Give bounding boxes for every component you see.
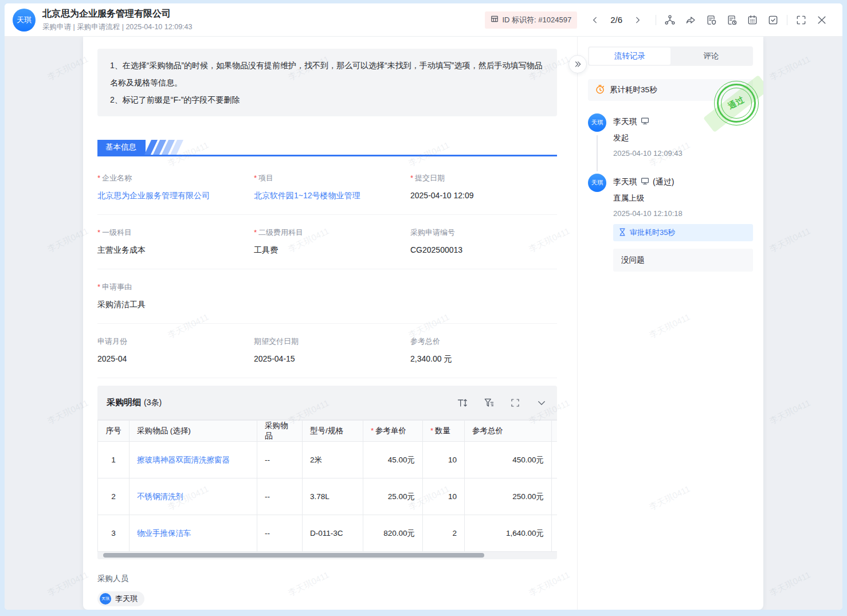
table-row: 3 物业手推保洁车 -- D-011-3C 820.00元 2 1,640.00… <box>98 515 558 552</box>
col-qty: *数量 <box>423 421 465 442</box>
filter-icon[interactable] <box>483 397 495 409</box>
table-header-row: 序号 采购物品 (选择) 采购物品 型号/规格 *参考单价 *数量 参考总价 <box>98 421 558 442</box>
id-badge: ID 标识符: #1024597 <box>485 11 577 29</box>
purchaser-tag[interactable]: 天琪 李天琪 <box>97 591 144 606</box>
flow-nodes-icon[interactable] <box>660 11 680 29</box>
cell-spec: 3.78L <box>303 478 363 515</box>
page-indicator: 2/6 <box>610 15 622 25</box>
forward-icon[interactable] <box>680 11 701 29</box>
calendar-icon[interactable] <box>742 11 763 29</box>
horizontal-scrollbar <box>97 552 557 559</box>
required-asterisk: * <box>254 228 257 237</box>
text-size-icon[interactable] <box>456 397 469 409</box>
field-label: 一级科目 <box>102 228 132 237</box>
field-label: 提交日期 <box>415 174 445 182</box>
approval-detail-window: 天琪 北京思为企业服务管理有限公司 采购申请 | 采购申请流程 | 2025-0… <box>5 3 842 610</box>
required-asterisk: * <box>410 174 413 182</box>
cell-qty: 10 <box>423 442 465 478</box>
collapse-sidebar-button[interactable] <box>568 55 587 73</box>
field-value: CG202500013 <box>410 245 557 254</box>
tab-comments[interactable]: 评论 <box>670 48 752 65</box>
close-icon[interactable] <box>811 11 832 29</box>
item-link[interactable]: 物业手推保洁车 <box>137 529 191 537</box>
sidebar-tabs: 流转记录 评论 <box>588 46 753 66</box>
approval-comment: 没问题 <box>613 249 753 272</box>
page-title: 北京思为企业服务管理有限公司 <box>42 8 192 20</box>
field-label: 企业名称 <box>102 174 132 182</box>
field-label: 项目 <box>258 174 273 182</box>
elapsed-time-text: 累计耗时35秒 <box>610 85 657 95</box>
checkbox-icon[interactable] <box>763 11 783 29</box>
field-subject2: *二级费用科目 工具费 <box>254 227 410 256</box>
field-label: 二级费用科目 <box>258 228 303 237</box>
purchaser-avatar: 天琪 <box>100 593 111 605</box>
field-month: 申请月份 2025-04 <box>97 336 254 364</box>
scrollbar-thumb[interactable] <box>103 553 484 558</box>
cell-name: 物业手推保洁车 <box>552 515 558 552</box>
cell-no: 2 <box>98 478 130 515</box>
doc-shield-icon[interactable] <box>701 11 721 29</box>
field-request-no: 采购申请编号 CG202500013 <box>410 227 557 256</box>
timestamp: 2025-04-10 12:10:18 <box>613 209 753 218</box>
tab-flow-record[interactable]: 流转记录 <box>589 48 670 65</box>
field-value: 2,340.00 元 <box>410 354 557 364</box>
required-asterisk: * <box>371 426 374 435</box>
notice-line-1: 1、在选择“采购物品”的时候，如果物品没有提前维护，找不到，那么可以选择“未找到… <box>110 57 544 91</box>
col-total: 参考总价 <box>465 421 552 442</box>
breadcrumb: 采购申请 | 采购申请流程 | 2025-04-10 12:09:43 <box>42 22 192 32</box>
project-link[interactable]: 北京软件园1~12号楼物业管理 <box>254 191 410 201</box>
field-label: 申请月份 <box>97 337 127 346</box>
company-link[interactable]: 北京思为企业服务管理有限公司 <box>97 191 254 201</box>
field-reason: *申请事由 采购清洁工具 <box>97 282 254 310</box>
field-value: 2025-04 <box>97 354 254 363</box>
table-row: 2 不锈钢清洗剂 -- 3.78L 25.00元 10 250.00元 不锈钢清… <box>98 478 558 515</box>
notice-line-2: 2、标记了前缀是“F-”的字段不要删除 <box>110 91 544 108</box>
prev-page-button[interactable] <box>585 11 606 29</box>
cell-spec: 2米 <box>303 442 363 478</box>
timestamp: 2025-04-10 12:09:43 <box>613 149 753 158</box>
col-price: *参考单价 <box>363 421 423 442</box>
pager: 2/6 <box>585 11 648 29</box>
cell-qty: 2 <box>423 515 465 552</box>
flow-sidebar: 流转记录 评论 累计耗时35秒 通过 天琪 <box>578 37 763 610</box>
field-row: 申请月份 2025-04 期望交付日期 2025-04-15 参考总价 2,34… <box>97 324 557 378</box>
monitor-icon <box>641 117 649 127</box>
field-label: 申请事由 <box>102 283 132 291</box>
approval-duration-badge: 审批耗时35秒 <box>613 224 753 241</box>
item-link[interactable]: 不锈钢清洗剂 <box>137 492 183 501</box>
required-asterisk: * <box>254 174 257 182</box>
cell-no: 3 <box>98 515 130 552</box>
cell-name: 擦玻璃神器双面清洗擦窗器 <box>552 442 558 478</box>
timer-icon <box>595 84 605 96</box>
cell-price: 820.00元 <box>363 515 423 552</box>
field-row: *一级科目 主营业务成本 *二级费用科目 工具费 采购申请编号 CG202500… <box>97 215 557 269</box>
purchaser-block: 采购人员 天琪 李天琪 <box>97 559 557 610</box>
divider <box>787 15 787 25</box>
cell-total: 250.00元 <box>465 478 552 515</box>
col-item: 采购物品 (选择) <box>130 421 257 442</box>
field-submit-date: *提交日期 2025-04-10 12:09 <box>410 173 557 201</box>
field-row: *申请事由 采购清洁工具 <box>97 269 557 324</box>
field-value: 主营业务成本 <box>97 245 254 256</box>
purchase-detail-panel: 采购明细 (3条) <box>97 386 557 559</box>
chevron-down-icon[interactable] <box>535 397 548 409</box>
avatar: 天琪 <box>588 174 606 192</box>
cell-total: 450.00元 <box>465 442 552 478</box>
item-link[interactable]: 擦玻璃神器双面清洗擦窗器 <box>137 456 230 464</box>
hourglass-icon <box>619 228 626 238</box>
next-page-button[interactable] <box>627 11 648 29</box>
flow-timeline: 天琪 李天琪 发起 2025-04-10 12:09:43 天琪 <box>588 113 753 272</box>
field-label: 采购申请编号 <box>410 228 455 237</box>
cell-qty: 10 <box>423 478 465 515</box>
section-basic-info: 基本信息 <box>97 140 557 156</box>
cell-price: 45.00元 <box>363 442 423 478</box>
form-area: 1、在选择“采购物品”的时候，如果物品没有提前维护，找不到，那么可以选择“未找到… <box>83 37 577 610</box>
col-name <box>552 421 558 442</box>
expand-icon[interactable] <box>509 397 521 409</box>
top-bar: 天琪 北京思为企业服务管理有限公司 采购申请 | 采购申请流程 | 2025-0… <box>5 3 842 37</box>
actor-name: 李天琪 <box>613 177 637 187</box>
fullscreen-icon[interactable] <box>791 11 811 29</box>
doc-clock-icon[interactable] <box>721 11 742 29</box>
field-total-price: 参考总价 2,340.00 元 <box>410 336 557 364</box>
field-delivery-date: 期望交付日期 2025-04-15 <box>254 336 410 364</box>
